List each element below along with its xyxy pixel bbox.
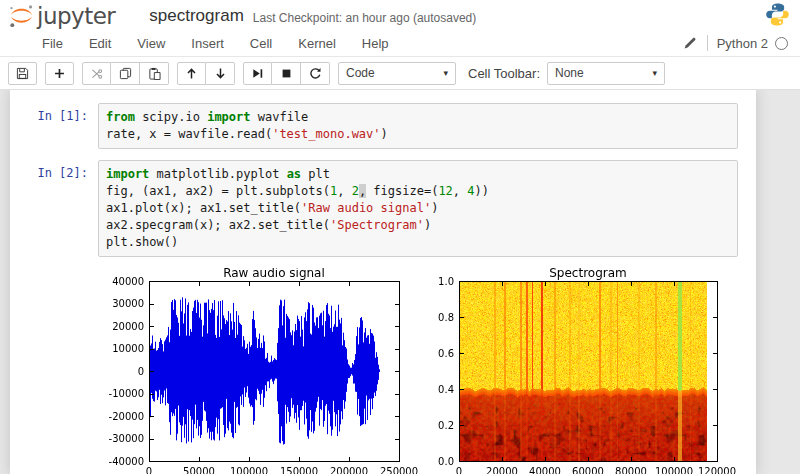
jupyter-logo[interactable]: jupyter xyxy=(8,3,115,30)
copy-icon xyxy=(119,67,132,80)
cell-prompt: In [1]: xyxy=(10,103,98,149)
menu-cell[interactable]: Cell xyxy=(237,31,285,56)
code-cell[interactable]: In [2]:import matplotlib.pyplot as pltfi… xyxy=(10,160,756,257)
refresh-icon xyxy=(309,67,322,80)
jupyter-logo-icon xyxy=(8,3,35,30)
move-cell-down-button[interactable] xyxy=(206,62,235,85)
spectrogram-plot xyxy=(426,268,756,474)
divider xyxy=(707,35,708,51)
cell-type-value: Code xyxy=(346,66,375,80)
kernel-name: Python 2 xyxy=(717,36,768,51)
toolbar: Code ▾ Cell Toolbar: None ▾ xyxy=(0,57,800,90)
cell-toolbar-dropdown[interactable]: None ▾ xyxy=(547,62,665,85)
plus-icon xyxy=(53,67,66,80)
chevron-down-icon: ▾ xyxy=(443,68,448,78)
save-icon xyxy=(16,67,29,80)
cell-prompt: In [2]: xyxy=(10,160,98,257)
menu-view[interactable]: View xyxy=(124,31,178,56)
chevron-down-icon: ▾ xyxy=(653,68,658,78)
copy-button[interactable] xyxy=(111,62,140,85)
cut-button[interactable] xyxy=(82,62,111,85)
raw-audio-plot xyxy=(96,268,426,474)
cell-code-input[interactable]: import matplotlib.pyplot as pltfig, (ax1… xyxy=(98,160,738,257)
cell-code-input[interactable]: from scipy.io import wavfilerate, x = wa… xyxy=(98,103,738,149)
paste-button[interactable] xyxy=(140,62,169,85)
edit-mode-pencil-icon xyxy=(683,36,697,50)
notebook-header: jupyter spectrogram Last Checkpoint: an … xyxy=(0,0,800,30)
notebook-title[interactable]: spectrogram xyxy=(149,6,243,26)
checkpoint-status: Last Checkpoint: an hour ago (autosaved) xyxy=(253,8,476,25)
add-cell-button[interactable] xyxy=(45,62,74,85)
menu-kernel[interactable]: Kernel xyxy=(285,31,349,56)
move-cell-up-button[interactable] xyxy=(177,62,206,85)
notebook-panel: In [1]:from scipy.io import wavfilerate,… xyxy=(10,90,756,474)
cell-type-dropdown[interactable]: Code ▾ xyxy=(338,62,456,85)
scissors-icon xyxy=(90,67,103,80)
cell-toolbar-label: Cell Toolbar: xyxy=(468,66,540,81)
menubar: File Edit View Insert Cell Kernel Help P… xyxy=(0,30,800,57)
kernel-status-icon xyxy=(775,37,788,50)
cell-toolbar-value: None xyxy=(555,66,584,80)
step-forward-icon xyxy=(251,67,264,80)
menu-file[interactable]: File xyxy=(29,31,76,56)
restart-kernel-button[interactable] xyxy=(301,62,330,85)
run-cell-button[interactable] xyxy=(243,62,272,85)
paste-icon xyxy=(148,67,161,80)
arrow-up-icon xyxy=(185,67,198,80)
code-cell[interactable]: In [1]:from scipy.io import wavfilerate,… xyxy=(10,103,756,149)
jupyter-wordmark: jupyter xyxy=(37,3,115,29)
mode-indicator: Python 2 xyxy=(683,35,788,51)
python-logo-icon xyxy=(765,2,790,31)
interrupt-kernel-button[interactable] xyxy=(272,62,301,85)
menu-edit[interactable]: Edit xyxy=(76,31,124,56)
arrow-down-icon xyxy=(214,67,227,80)
stop-icon xyxy=(280,67,293,80)
menu-insert[interactable]: Insert xyxy=(178,31,237,56)
notebook-body: In [1]:from scipy.io import wavfilerate,… xyxy=(0,90,800,474)
menu-help[interactable]: Help xyxy=(349,31,402,56)
cell-output-figure xyxy=(96,268,756,474)
save-button[interactable] xyxy=(8,62,37,85)
